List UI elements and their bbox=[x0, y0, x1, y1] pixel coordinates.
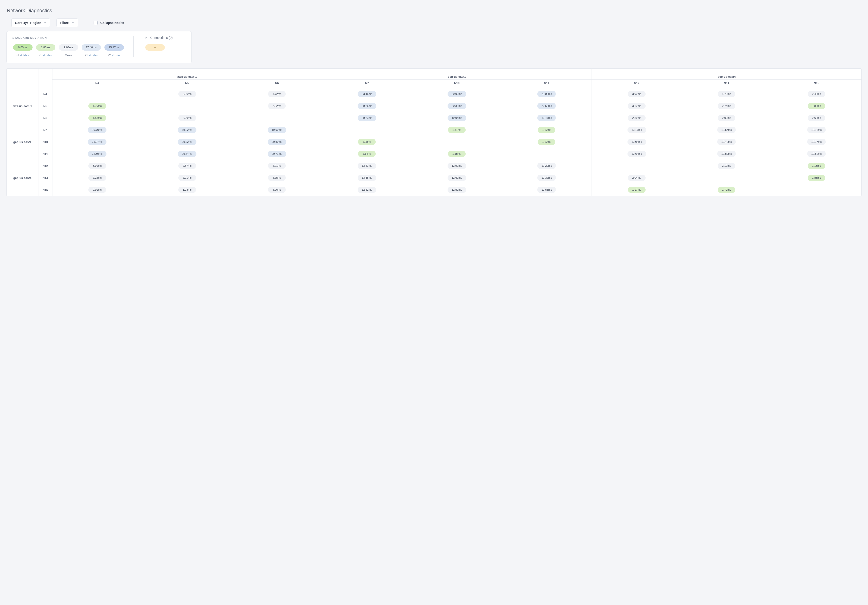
no-connections-heading: No Connections (0) bbox=[145, 36, 173, 40]
latency-pill: 2.04ms bbox=[628, 175, 646, 181]
latency-pill: 1.79ms bbox=[88, 103, 106, 109]
row-node-header: N15 bbox=[38, 184, 52, 196]
latency-pill: 23.46ms bbox=[358, 91, 376, 97]
latency-pill: 2.48ms bbox=[808, 91, 825, 97]
latency-pill: 1.28ms bbox=[358, 139, 376, 145]
collapse-nodes-checkbox[interactable]: Collapse Nodes bbox=[94, 21, 124, 25]
latency-pill: 6.91ms bbox=[88, 162, 106, 169]
latency-pill: 12.52ms bbox=[807, 151, 826, 157]
latency-pill: 1.86ms bbox=[808, 175, 825, 181]
stddev-pill: 0.00ms bbox=[13, 44, 33, 51]
stddev-level: 17.40ms+1 std dev bbox=[81, 44, 101, 57]
latency-cell: 12.62ms bbox=[412, 172, 502, 184]
latency-cell: 1.82ms bbox=[772, 100, 862, 112]
chevron-down-icon bbox=[43, 22, 46, 24]
latency-pill: 19.99ms bbox=[268, 127, 286, 133]
column-node-header: N10 bbox=[412, 79, 502, 88]
latency-cell: 3.72ms bbox=[232, 88, 322, 100]
row-node-header: N14 bbox=[38, 172, 52, 184]
latency-cell: 2.04ms bbox=[592, 172, 682, 184]
latency-pill: 20.32ms bbox=[178, 139, 197, 145]
latency-pill: 2.81ms bbox=[268, 162, 286, 169]
latency-cell: 4.79ms bbox=[682, 88, 772, 100]
latency-pill: 1.17ms bbox=[628, 187, 646, 193]
latency-pill: 12.52ms bbox=[448, 187, 466, 193]
latency-pill: 13.17ms bbox=[628, 127, 646, 133]
sort-by-label: Sort By: bbox=[15, 21, 28, 25]
latency-cell: 2.13ms bbox=[682, 160, 772, 172]
row-node-header: N6 bbox=[38, 112, 52, 124]
latency-pill: 12.33ms bbox=[537, 175, 556, 181]
latency-pill: 13.04ms bbox=[628, 139, 646, 145]
column-region-header: gcp-us-east4 bbox=[592, 69, 862, 79]
no-connections-pill: -- bbox=[145, 44, 165, 51]
row-node-header: N4 bbox=[38, 88, 52, 100]
column-node-header: N4 bbox=[52, 79, 142, 88]
latency-cell: 20.59ms bbox=[232, 136, 322, 148]
latency-cell: 12.80ms bbox=[682, 148, 772, 160]
stddev-caption: -1 std dev bbox=[35, 54, 56, 57]
latency-cell: 1.28ms bbox=[322, 136, 412, 148]
latency-cell: 22.69ms bbox=[52, 148, 142, 160]
column-node-header: N11 bbox=[502, 79, 592, 88]
latency-pill: 2.69ms bbox=[808, 115, 825, 121]
latency-pill: 1.41ms bbox=[448, 127, 466, 133]
latency-cell: 3.23ms bbox=[52, 172, 142, 184]
latency-pill: 1.79ms bbox=[718, 187, 735, 193]
latency-pill: 2.92ms bbox=[268, 103, 286, 109]
latency-pill: 1.93ms bbox=[178, 187, 196, 193]
latency-cell: 21.02ms bbox=[502, 88, 592, 100]
filter-label: Filter: bbox=[60, 21, 70, 25]
stddev-caption: +2 std dev bbox=[104, 54, 124, 57]
filter-select[interactable]: Filter: bbox=[56, 19, 78, 27]
latency-pill: 19.82ms bbox=[178, 127, 197, 133]
latency-pill: 1.14ms bbox=[358, 151, 376, 157]
latency-pill: 22.69ms bbox=[88, 151, 107, 157]
stddev-pill: 1.86ms bbox=[36, 44, 55, 51]
latency-cell: 12.33ms bbox=[502, 172, 592, 184]
latency-cell: 20.38ms bbox=[412, 100, 502, 112]
latency-cell: 1.16ms bbox=[772, 160, 862, 172]
latency-cell: 12.65ms bbox=[502, 184, 592, 196]
latency-pill: 1.10ms bbox=[538, 139, 555, 145]
latency-pill: 2.57ms bbox=[178, 162, 196, 169]
latency-cell: 13.13ms bbox=[772, 124, 862, 136]
latency-cell: 12.52ms bbox=[772, 148, 862, 160]
sort-by-select[interactable]: Sort By: Region bbox=[11, 19, 50, 27]
stddev-pill: 25.17ms bbox=[104, 44, 124, 51]
latency-cell: 3.35ms bbox=[232, 172, 322, 184]
row-node-header: N10 bbox=[38, 136, 52, 148]
latency-cell: 13.04ms bbox=[592, 136, 682, 148]
latency-pill: 19.70ms bbox=[88, 127, 107, 133]
latency-pill: 12.82ms bbox=[358, 187, 376, 193]
row-node-header: N7 bbox=[38, 124, 52, 136]
latency-pill: 2.99ms bbox=[718, 115, 735, 121]
latency-cell: 20.26ms bbox=[322, 100, 412, 112]
latency-cell bbox=[502, 148, 592, 160]
latency-pill: 19.95ms bbox=[448, 115, 466, 121]
latency-cell: 1.18ms bbox=[412, 148, 502, 160]
latency-pill: 3.72ms bbox=[268, 91, 286, 97]
latency-pill: 1.18ms bbox=[448, 151, 466, 157]
stddev-pill: 17.40ms bbox=[82, 44, 101, 51]
column-node-header: N12 bbox=[592, 79, 682, 88]
latency-pill: 12.77ms bbox=[807, 139, 826, 145]
column-node-header: N14 bbox=[682, 79, 772, 88]
latency-matrix: aws-us-east-1gcp-us-east1gcp-us-east4 N4… bbox=[6, 68, 862, 196]
latency-cell: 2.91ms bbox=[52, 184, 142, 196]
legend-card: STANDARD DEVIATION 0.00ms-2 std dev1.86m… bbox=[6, 31, 192, 63]
latency-pill: 2.91ms bbox=[88, 187, 106, 193]
column-node-header: N15 bbox=[772, 79, 862, 88]
latency-cell: 20.44ms bbox=[142, 148, 232, 160]
latency-cell: 12.64ms bbox=[592, 148, 682, 160]
latency-pill: 2.96ms bbox=[178, 91, 196, 97]
latency-pill: 3.92ms bbox=[628, 91, 646, 97]
latency-cell: 12.57ms bbox=[682, 124, 772, 136]
latency-cell: 21.87ms bbox=[52, 136, 142, 148]
latency-cell: 3.92ms bbox=[592, 88, 682, 100]
latency-pill: 12.57ms bbox=[717, 127, 736, 133]
latency-pill: 20.90ms bbox=[448, 91, 466, 97]
latency-pill: 13.45ms bbox=[358, 175, 376, 181]
latency-cell: 19.99ms bbox=[232, 124, 322, 136]
latency-pill: 20.71ms bbox=[268, 151, 286, 157]
